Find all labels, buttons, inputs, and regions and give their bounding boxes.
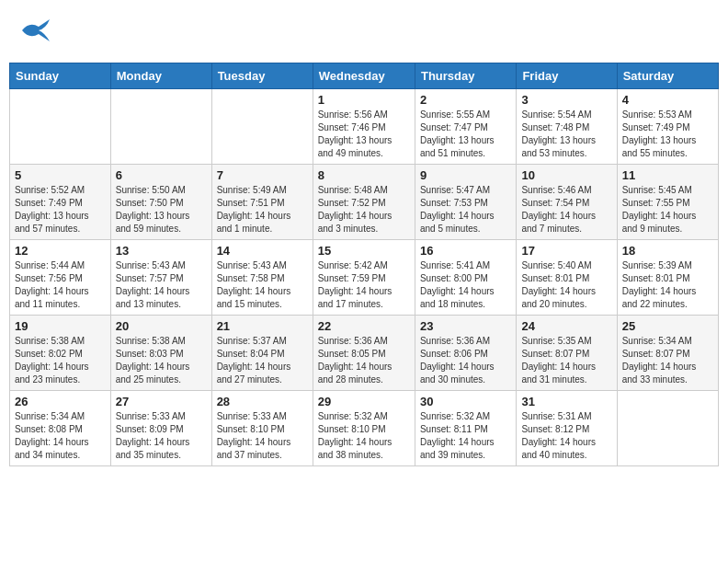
day-number: 11 <box>622 168 713 182</box>
day-info: Sunrise: 5:48 AM Sunset: 7:52 PM Dayligh… <box>318 184 410 236</box>
calendar-day-20: 20Sunrise: 5:38 AM Sunset: 8:03 PM Dayli… <box>110 316 211 391</box>
day-number: 13 <box>116 244 207 258</box>
calendar-day-30: 30Sunrise: 5:32 AM Sunset: 8:11 PM Dayli… <box>415 391 516 466</box>
day-number: 1 <box>318 93 410 107</box>
calendar-day-26: 26Sunrise: 5:34 AM Sunset: 8:08 PM Dayli… <box>10 391 111 466</box>
day-number: 30 <box>420 395 511 408</box>
weekday-header-thursday: Thursday <box>415 63 516 89</box>
calendar-day-28: 28Sunrise: 5:33 AM Sunset: 8:10 PM Dayli… <box>211 391 313 466</box>
calendar-day-12: 12Sunrise: 5:44 AM Sunset: 7:56 PM Dayli… <box>10 240 111 316</box>
day-number: 15 <box>318 244 410 258</box>
calendar-day-24: 24Sunrise: 5:35 AM Sunset: 8:07 PM Dayli… <box>517 316 617 391</box>
day-info: Sunrise: 5:39 AM Sunset: 8:01 PM Dayligh… <box>622 259 713 311</box>
day-number: 24 <box>521 319 611 333</box>
day-info: Sunrise: 5:43 AM Sunset: 7:57 PM Dayligh… <box>116 259 207 311</box>
day-info: Sunrise: 5:44 AM Sunset: 7:56 PM Dayligh… <box>15 259 106 311</box>
day-number: 14 <box>217 244 308 258</box>
calendar-day-18: 18Sunrise: 5:39 AM Sunset: 8:01 PM Dayli… <box>617 240 718 316</box>
day-info: Sunrise: 5:49 AM Sunset: 7:51 PM Dayligh… <box>217 184 308 236</box>
day-info: Sunrise: 5:33 AM Sunset: 8:09 PM Dayligh… <box>116 410 207 462</box>
calendar-day-9: 9Sunrise: 5:47 AM Sunset: 7:53 PM Daylig… <box>415 165 516 240</box>
calendar-day-22: 22Sunrise: 5:36 AM Sunset: 8:05 PM Dayli… <box>313 316 415 391</box>
calendar-day-14: 14Sunrise: 5:43 AM Sunset: 7:58 PM Dayli… <box>211 240 313 316</box>
day-number: 27 <box>116 395 207 408</box>
calendar-day-15: 15Sunrise: 5:42 AM Sunset: 7:59 PM Dayli… <box>313 240 415 316</box>
calendar-day-3: 3Sunrise: 5:54 AM Sunset: 7:48 PM Daylig… <box>517 89 617 165</box>
day-number: 19 <box>15 319 106 333</box>
calendar-day-19: 19Sunrise: 5:38 AM Sunset: 8:02 PM Dayli… <box>10 316 111 391</box>
day-info: Sunrise: 5:42 AM Sunset: 7:59 PM Dayligh… <box>318 259 410 311</box>
calendar-day-4: 4Sunrise: 5:53 AM Sunset: 7:49 PM Daylig… <box>617 89 718 165</box>
calendar-day-8: 8Sunrise: 5:48 AM Sunset: 7:52 PM Daylig… <box>313 165 415 240</box>
calendar-week-row: 12Sunrise: 5:44 AM Sunset: 7:56 PM Dayli… <box>10 240 719 316</box>
day-info: Sunrise: 5:43 AM Sunset: 7:58 PM Dayligh… <box>217 259 308 311</box>
calendar-day-13: 13Sunrise: 5:43 AM Sunset: 7:57 PM Dayli… <box>110 240 211 316</box>
calendar-day-25: 25Sunrise: 5:34 AM Sunset: 8:07 PM Dayli… <box>617 316 718 391</box>
day-info: Sunrise: 5:55 AM Sunset: 7:47 PM Dayligh… <box>420 109 511 160</box>
day-number: 26 <box>15 395 106 408</box>
day-number: 8 <box>318 168 410 182</box>
calendar-day-empty <box>617 391 718 466</box>
day-number: 3 <box>521 93 611 107</box>
calendar-day-7: 7Sunrise: 5:49 AM Sunset: 7:51 PM Daylig… <box>211 165 313 240</box>
day-number: 6 <box>116 168 207 182</box>
calendar-day-31: 31Sunrise: 5:31 AM Sunset: 8:12 PM Dayli… <box>517 391 617 466</box>
day-number: 5 <box>15 168 106 182</box>
day-info: Sunrise: 5:31 AM Sunset: 8:12 PM Dayligh… <box>521 410 611 462</box>
day-number: 9 <box>420 168 511 182</box>
day-info: Sunrise: 5:50 AM Sunset: 7:50 PM Dayligh… <box>116 184 207 236</box>
day-info: Sunrise: 5:37 AM Sunset: 8:04 PM Dayligh… <box>217 335 308 386</box>
day-info: Sunrise: 5:34 AM Sunset: 8:07 PM Dayligh… <box>622 335 713 386</box>
calendar-day-10: 10Sunrise: 5:46 AM Sunset: 7:54 PM Dayli… <box>517 165 617 240</box>
weekday-header-tuesday: Tuesday <box>211 63 313 89</box>
calendar-day-21: 21Sunrise: 5:37 AM Sunset: 8:04 PM Dayli… <box>211 316 313 391</box>
calendar-week-row: 5Sunrise: 5:52 AM Sunset: 7:49 PM Daylig… <box>10 165 719 240</box>
calendar-day-11: 11Sunrise: 5:45 AM Sunset: 7:55 PM Dayli… <box>617 165 718 240</box>
calendar-day-23: 23Sunrise: 5:36 AM Sunset: 8:06 PM Dayli… <box>415 316 516 391</box>
calendar-day-6: 6Sunrise: 5:50 AM Sunset: 7:50 PM Daylig… <box>110 165 211 240</box>
calendar-header-row: SundayMondayTuesdayWednesdayThursdayFrid… <box>10 63 719 89</box>
day-info: Sunrise: 5:36 AM Sunset: 8:06 PM Dayligh… <box>420 335 511 386</box>
day-info: Sunrise: 5:53 AM Sunset: 7:49 PM Dayligh… <box>622 109 713 160</box>
logo <box>18 14 55 51</box>
day-number: 4 <box>622 93 713 107</box>
weekday-header-sunday: Sunday <box>10 63 111 89</box>
calendar-day-5: 5Sunrise: 5:52 AM Sunset: 7:49 PM Daylig… <box>10 165 111 240</box>
day-number: 7 <box>217 168 308 182</box>
day-info: Sunrise: 5:45 AM Sunset: 7:55 PM Dayligh… <box>622 184 713 236</box>
day-info: Sunrise: 5:40 AM Sunset: 8:01 PM Dayligh… <box>521 259 611 311</box>
day-number: 18 <box>622 244 713 258</box>
day-number: 31 <box>521 395 611 408</box>
day-info: Sunrise: 5:47 AM Sunset: 7:53 PM Dayligh… <box>420 184 511 236</box>
day-info: Sunrise: 5:54 AM Sunset: 7:48 PM Dayligh… <box>521 109 611 160</box>
day-number: 28 <box>217 395 308 408</box>
calendar-day-29: 29Sunrise: 5:32 AM Sunset: 8:10 PM Dayli… <box>313 391 415 466</box>
day-number: 21 <box>217 319 308 333</box>
day-info: Sunrise: 5:36 AM Sunset: 8:05 PM Dayligh… <box>318 335 410 386</box>
day-number: 10 <box>521 168 611 182</box>
day-info: Sunrise: 5:34 AM Sunset: 8:08 PM Dayligh… <box>15 410 106 462</box>
day-info: Sunrise: 5:46 AM Sunset: 7:54 PM Dayligh… <box>521 184 611 236</box>
weekday-header-monday: Monday <box>110 63 211 89</box>
day-info: Sunrise: 5:41 AM Sunset: 8:00 PM Dayligh… <box>420 259 511 311</box>
calendar-week-row: 1Sunrise: 5:56 AM Sunset: 7:46 PM Daylig… <box>10 89 719 165</box>
day-info: Sunrise: 5:35 AM Sunset: 8:07 PM Dayligh… <box>521 335 611 386</box>
calendar-week-row: 26Sunrise: 5:34 AM Sunset: 8:08 PM Dayli… <box>10 391 719 466</box>
day-number: 25 <box>622 319 713 333</box>
calendar-day-16: 16Sunrise: 5:41 AM Sunset: 8:00 PM Dayli… <box>415 240 516 316</box>
day-info: Sunrise: 5:38 AM Sunset: 8:02 PM Dayligh… <box>15 335 106 386</box>
day-number: 12 <box>15 244 106 258</box>
day-info: Sunrise: 5:32 AM Sunset: 8:10 PM Dayligh… <box>318 410 410 462</box>
logo-icon <box>18 14 51 51</box>
day-info: Sunrise: 5:56 AM Sunset: 7:46 PM Dayligh… <box>318 109 410 160</box>
calendar-week-row: 19Sunrise: 5:38 AM Sunset: 8:02 PM Dayli… <box>10 316 719 391</box>
calendar-day-27: 27Sunrise: 5:33 AM Sunset: 8:09 PM Dayli… <box>110 391 211 466</box>
calendar-table: SundayMondayTuesdayWednesdayThursdayFrid… <box>9 63 719 466</box>
day-number: 22 <box>318 319 410 333</box>
day-number: 29 <box>318 395 410 408</box>
weekday-header-saturday: Saturday <box>617 63 718 89</box>
day-info: Sunrise: 5:52 AM Sunset: 7:49 PM Dayligh… <box>15 184 106 236</box>
day-number: 20 <box>116 319 207 333</box>
calendar-day-empty <box>10 89 111 165</box>
day-number: 23 <box>420 319 511 333</box>
